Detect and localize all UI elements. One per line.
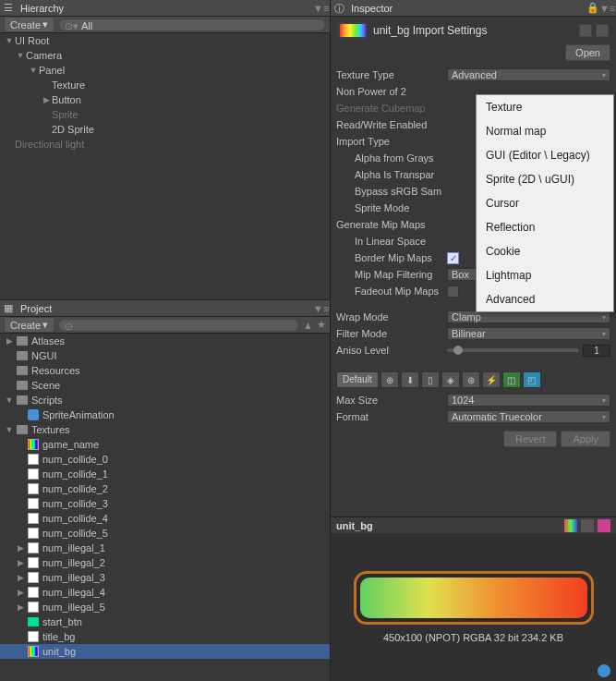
texture-type-option[interactable]: Cookie [477, 239, 613, 263]
preview-close-icon[interactable] [598, 519, 610, 532]
project-item[interactable]: num_illegal_2 [0, 555, 330, 570]
project-item[interactable]: SpriteAnimation [0, 407, 330, 422]
hierarchy-item-label: Texture [52, 79, 85, 91]
filter-icon[interactable]: ★ [317, 319, 326, 331]
hierarchy-item[interactable]: Camera [0, 48, 330, 63]
texture-type-option[interactable]: Cursor [477, 191, 613, 215]
hierarchy-item[interactable]: Directional light [0, 137, 330, 152]
platform-wp-icon[interactable]: ◰ [523, 371, 541, 388]
project-item[interactable]: Atlases [0, 334, 330, 348]
expand-arrow-icon[interactable] [4, 36, 15, 45]
platform-bb-icon[interactable]: ⊛ [462, 371, 480, 388]
hierarchy-search[interactable]: ⊙▾All [58, 18, 326, 31]
project-tab[interactable]: ▦ Project ▼≡ [0, 300, 330, 317]
platform-wsa-icon[interactable]: ◫ [502, 371, 521, 388]
expand-arrow-icon[interactable] [4, 425, 15, 434]
expand-arrow-icon[interactable] [15, 558, 26, 567]
apply-button[interactable]: Apply [561, 431, 610, 447]
platform-standalone-icon[interactable]: ⬇ [401, 371, 419, 388]
format-dropdown[interactable]: Automatic Truecolor [447, 410, 610, 423]
expand-arrow-icon[interactable] [15, 588, 26, 597]
project-item[interactable]: Resources [0, 363, 330, 378]
hierarchy-item[interactable]: 2D Sprite [0, 122, 330, 137]
aniso-value[interactable]: 1 [583, 345, 610, 357]
project-item[interactable]: num_illegal_1 [0, 541, 330, 555]
platform-default[interactable]: Default [336, 371, 379, 388]
project-item[interactable]: num_collide_1 [0, 467, 330, 481]
create-button[interactable]: Create▾ [4, 17, 54, 32]
hierarchy-item[interactable]: Panel [0, 63, 330, 78]
project-item[interactable]: num_collide_0 [0, 452, 330, 467]
wrap-mode-dropdown[interactable]: Clamp [447, 310, 610, 323]
project-item[interactable]: title_bg [0, 629, 330, 644]
project-item[interactable]: Scene [0, 378, 330, 393]
preview-rgb-icon[interactable] [564, 519, 577, 532]
expand-arrow-icon[interactable] [15, 602, 26, 612]
texture-type-label: Texture Type [336, 69, 447, 80]
project-item[interactable]: num_collide_2 [0, 481, 330, 496]
border-mip-check[interactable] [447, 252, 459, 264]
texture-type-option[interactable]: Normal map [477, 119, 613, 143]
project-item[interactable]: start_btn [0, 614, 330, 629]
hierarchy-item[interactable]: Sprite [0, 107, 330, 122]
texture-type-option[interactable]: Reflection [477, 215, 613, 239]
assetbundle-badge-icon[interactable] [598, 664, 610, 677]
aniso-slider[interactable] [447, 348, 579, 352]
preview-header[interactable]: unit_bg [331, 517, 616, 533]
non-power-2-label: Non Power of 2 [336, 86, 447, 97]
project-search[interactable]: ⊙ [58, 319, 299, 332]
hierarchy-item[interactable]: Texture [0, 78, 330, 92]
project-item[interactable]: num_illegal_4 [0, 585, 330, 600]
project-item-label: Scene [31, 380, 60, 391]
project-item[interactable]: NGUI [0, 348, 330, 363]
texture-type-option[interactable]: Texture [477, 95, 613, 119]
platform-android-icon[interactable]: ◈ [441, 371, 460, 388]
project-item[interactable]: num_illegal_3 [0, 570, 330, 585]
open-button[interactable]: Open [565, 44, 610, 61]
platform-ios-icon[interactable]: ▯ [421, 371, 440, 388]
project-item[interactable]: Textures [0, 422, 330, 437]
project-item[interactable]: num_collide_3 [0, 496, 330, 511]
fadeout-mip-check[interactable] [447, 286, 459, 298]
help-icon[interactable] [579, 24, 592, 37]
expand-arrow-icon[interactable] [15, 51, 26, 60]
preview-mip-icon[interactable] [581, 519, 594, 532]
texture-type-option[interactable]: Advanced [477, 287, 613, 311]
texture-type-option[interactable]: Lightmap [477, 263, 613, 287]
project-create-button[interactable]: Create▾ [4, 317, 54, 333]
expand-arrow-icon[interactable] [41, 95, 52, 104]
project-item-label: SpriteAnimation [42, 409, 115, 420]
project-item[interactable]: game_name [0, 437, 330, 452]
expand-arrow-icon[interactable] [4, 336, 15, 346]
max-size-dropdown[interactable]: 1024 [447, 394, 610, 407]
project-menu-icon[interactable]: ▼≡ [313, 303, 326, 314]
texture-type-dropdown[interactable]: Advanced [447, 68, 610, 81]
inspector-menu-icon[interactable]: ▼≡ [599, 3, 612, 14]
hierarchy-icon: ☰ [4, 2, 17, 15]
revert-button[interactable]: Revert [503, 431, 557, 447]
platform-flash-icon[interactable]: ⚡ [482, 371, 501, 388]
hierarchy-item[interactable]: Button [0, 92, 330, 107]
filter-mode-dropdown[interactable]: Bilinear [447, 327, 610, 340]
hierarchy-menu-icon[interactable]: ▼≡ [313, 3, 326, 14]
texture-type-option[interactable]: Sprite (2D \ uGUI) [477, 167, 613, 191]
hierarchy-item[interactable]: UI Root [0, 33, 330, 48]
expand-arrow-icon[interactable] [15, 573, 26, 582]
expand-arrow-icon[interactable] [15, 543, 26, 553]
platform-web-icon[interactable]: ⊕ [380, 371, 399, 388]
project-item[interactable]: num_collide_5 [0, 526, 330, 541]
project-item[interactable]: Scripts [0, 393, 330, 407]
texture-type-option[interactable]: GUI (Editor \ Legacy) [477, 143, 613, 167]
expand-arrow-icon[interactable] [4, 395, 15, 405]
fav-icon[interactable]: ▲ [303, 320, 313, 331]
inspector-tab[interactable]: ⓘ Inspector 🔒 ▼≡ [331, 0, 616, 17]
asset-title: unit_bg Import Settings [373, 24, 574, 37]
settings-icon[interactable] [596, 24, 609, 37]
expand-arrow-icon[interactable] [28, 66, 39, 75]
project-item[interactable]: num_illegal_5 [0, 600, 330, 614]
tex-icon [26, 556, 41, 569]
hierarchy-tab[interactable]: ☰ Hierarchy ▼≡ [0, 0, 330, 17]
project-item[interactable]: unit_bg [0, 644, 330, 659]
project-item[interactable]: num_collide_4 [0, 511, 330, 526]
inspector-lock-icon[interactable]: 🔒 [586, 2, 599, 14]
